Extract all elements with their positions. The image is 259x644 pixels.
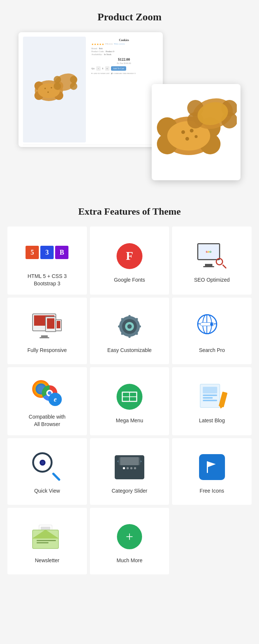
svg-point-21 [190,129,194,133]
product-zoom-container: Cookies ★ ★ ★ ★ ★ 0 Reviews Write a revi… [18,32,240,180]
star-5: ★ [102,43,104,46]
product-details-area: Cookies ★ ★ ★ ★ ★ 0 Reviews Write a revi… [90,37,158,142]
mega-menu-label: Mega Menu [116,417,143,425]
star-4: ★ [99,43,101,46]
write-review-link[interactable]: Write a review [114,43,125,46]
compare-icon: ⇄ [111,72,112,74]
brand-label: Brand: [91,47,97,50]
google-fonts-label: Google Fonts [114,276,145,284]
qv-iris [41,461,44,464]
slider-content [119,457,140,465]
env-line-2 [37,542,48,543]
menu-cell-2 [130,393,136,396]
svg-point-41 [127,324,132,329]
quick-view-icon [32,452,62,482]
html5-badge: 5 [26,246,39,259]
brand-row: Brand: Boh [91,47,157,50]
wishlist-label: ADD TO WISH LIST [93,73,110,74]
free-icons-label: Free Icons [200,487,224,495]
cookie-image-svg [28,69,80,110]
svg-point-10 [54,76,61,83]
browser-label: Compatible withAll Browser [29,413,66,428]
feature-slider: ‹ › Category Slider [90,438,169,505]
blog-line-2 [203,397,213,399]
product-actions: ♥ ADD TO WISH LIST ⇄ COMPARE THIS PRODUC… [91,72,157,74]
blog-line-3 [203,400,217,401]
availability-value: In Stock [104,53,111,56]
svg-point-12 [54,83,61,90]
search-pro-label: Search Pro [199,347,225,354]
monitor-stand [205,264,212,266]
zoom-popup [152,84,240,180]
qv-handle [52,472,61,481]
svg-point-6 [44,88,46,89]
feature-much-more: + Much More [90,508,169,574]
bootstrap-badge: B [55,246,68,259]
star-3: ★ [97,43,99,46]
gear-svg [117,313,142,339]
dot-4[interactable] [134,467,136,469]
envelope-flap [32,530,59,539]
phone-device [55,319,62,331]
svg-point-22 [185,137,189,141]
quick-view-label: Quick View [34,487,60,495]
globe-search-bar [200,322,214,326]
slider-label: Category Slider [112,487,148,495]
dot-1[interactable] [123,467,125,469]
star-1: ★ [91,43,94,46]
mega-menu-icon [115,382,144,412]
slider-right-arrow[interactable]: › [140,458,142,464]
pencil-tip [219,405,224,409]
slider-image [120,457,139,465]
qty-increase[interactable]: + [105,66,110,71]
feature-quick-view: Quick View [7,438,87,505]
svg-marker-44 [208,462,216,467]
product-price: $122.00 [91,57,157,61]
monitor-base [203,266,214,267]
svg-rect-36 [128,334,131,338]
dot-2[interactable] [127,467,129,469]
feature-responsive: Fully Responsive [7,298,87,364]
blog-label: Latest Blog [199,417,225,425]
svg-rect-38 [118,325,122,328]
envelope-lines [37,540,56,544]
feature-seo: seo SEO Optimized [172,227,252,295]
wishlist-btn[interactable]: ♥ ADD TO WISH LIST [91,72,110,74]
category-slider-icon: ‹ › [115,452,144,482]
compare-btn[interactable]: ⇄ COMPARE THIS PRODUCT [111,72,136,74]
gear-icon [115,312,144,341]
more-plus-circle: + [117,524,142,549]
brand-value: Boh [99,47,102,50]
seo-icon: seo [197,241,227,271]
compare-label: COMPARE THIS PRODUCT [113,73,136,74]
qty-label: Qty [91,67,95,70]
features-title: Extra Features of Theme [7,206,252,217]
features-section: Extra Features of Theme 5 3 B HTML 5 + C… [0,195,259,586]
svg-point-20 [181,130,185,134]
product-zoom-title: Product Zoom [7,11,252,23]
blog-icon [197,382,227,412]
feature-google-fonts: F Google Fonts [90,227,169,295]
availability-row: Availability: In Stock [91,53,157,56]
mag-handle [222,264,226,269]
feature-mega-menu: Mega Menu [90,367,169,435]
svg-point-7 [51,87,52,88]
feature-free-icons: Free Icons [172,438,252,505]
globe-search-btn [210,323,213,326]
qv-pupil [40,460,46,466]
much-more-icon: + [115,522,144,551]
responsive-icon [32,312,62,341]
screenshot-product-name: Cookies [91,38,157,42]
empty-placeholder [172,508,252,574]
browser-icon: e [32,378,62,408]
mag-circle [216,258,223,265]
qty-value: 1 [102,67,104,70]
add-to-cart-btn[interactable]: Add To Cart [111,66,127,71]
search-pro-icon [197,312,227,341]
qty-decrease[interactable]: - [96,66,101,71]
product-screenshot: Cookies ★ ★ ★ ★ ★ 0 Reviews Write a revi… [18,32,163,147]
newsletter-label: Newsletter [35,557,59,564]
dot-3[interactable] [130,467,132,469]
feature-browser: e Compatible withAll Browser [7,367,87,435]
svg-rect-34 [137,325,141,328]
